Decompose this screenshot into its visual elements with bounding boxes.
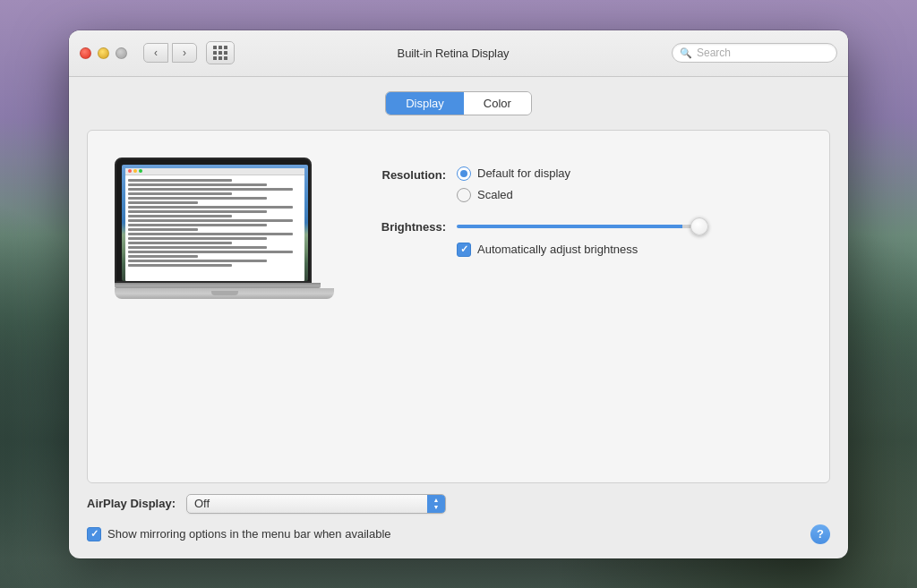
- macbook-screen: [122, 165, 308, 281]
- settings-panel: Resolution: Default for display Scaled: [347, 158, 802, 257]
- tab-group: Display Color: [385, 91, 532, 115]
- checkmark-icon: ✓: [460, 244, 468, 254]
- select-arrows-icon: ▲ ▼: [427, 495, 445, 513]
- brightness-slider-track[interactable]: [457, 225, 707, 228]
- show-mirroring-checkmark-icon: ✓: [90, 529, 99, 539]
- display-panel: Resolution: Default for display Scaled: [87, 130, 830, 483]
- forward-icon: ›: [183, 47, 186, 59]
- radio-scaled-circle[interactable]: [457, 188, 471, 202]
- arrow-down-icon: ▼: [433, 504, 440, 510]
- tab-bar: Display Color: [87, 91, 830, 115]
- screen-text: [125, 175, 304, 272]
- search-icon: 🔍: [680, 47, 692, 59]
- auto-brightness-row[interactable]: ✓ Automatically adjust brightness: [457, 243, 802, 257]
- bottom-options: ✓ Show mirroring options in the menu bar…: [87, 517, 830, 544]
- bottom-bar: AirPlay Display: Off ▲ ▼: [87, 483, 830, 517]
- macbook-base: [115, 288, 334, 299]
- nav-buttons: ‹ ›: [143, 43, 197, 63]
- resolution-controls: Default for display Scaled: [457, 166, 570, 202]
- radio-default[interactable]: Default for display: [457, 166, 570, 181]
- auto-brightness-label: Automatically adjust brightness: [477, 243, 638, 256]
- screen-content: [125, 168, 304, 281]
- macbook-illustration: [115, 158, 312, 299]
- brightness-slider-container: [457, 225, 707, 228]
- resolution-row: Resolution: Default for display Scaled: [347, 166, 802, 202]
- content-area: Display Color: [69, 77, 848, 558]
- screen-menubar: [125, 168, 304, 175]
- tab-color[interactable]: Color: [464, 92, 531, 115]
- airplay-label: AirPlay Display:: [87, 497, 176, 510]
- maximize-button[interactable]: [116, 47, 127, 59]
- show-mirroring-checkbox[interactable]: ✓: [87, 527, 101, 541]
- macbook-screen-wrapper: [115, 158, 312, 283]
- auto-brightness-checkbox[interactable]: ✓: [457, 243, 471, 257]
- search-bar[interactable]: 🔍 Search: [672, 43, 837, 63]
- brightness-label: Brightness:: [347, 220, 446, 234]
- search-placeholder: Search: [697, 47, 829, 59]
- resolution-label: Resolution:: [347, 166, 446, 182]
- titlebar: ‹ › Built-in Retina Display 🔍 Search: [69, 30, 848, 77]
- forward-button[interactable]: ›: [172, 43, 197, 63]
- radio-scaled[interactable]: Scaled: [457, 188, 570, 202]
- arrow-up-icon: ▲: [433, 497, 440, 503]
- brightness-slider-thumb[interactable]: [690, 217, 708, 235]
- help-button[interactable]: ?: [810, 524, 830, 544]
- brightness-row: Brightness:: [347, 220, 802, 234]
- window-title: Built-in Retina Display: [235, 47, 672, 60]
- tab-display[interactable]: Display: [386, 92, 464, 115]
- main-window: ‹ › Built-in Retina Display 🔍 Search Dis…: [69, 30, 848, 558]
- show-mirroring-label: Show mirroring options in the menu bar w…: [107, 527, 391, 541]
- grid-button[interactable]: [206, 41, 235, 64]
- radio-default-label: Default for display: [477, 166, 570, 180]
- airplay-value: Off: [194, 497, 438, 510]
- radio-default-inner: [460, 170, 467, 177]
- show-mirroring-row[interactable]: ✓ Show mirroring options in the menu bar…: [87, 527, 810, 541]
- radio-default-circle[interactable]: [457, 166, 471, 181]
- traffic-lights: [80, 47, 127, 59]
- back-icon: ‹: [154, 47, 158, 59]
- back-button[interactable]: ‹: [143, 43, 168, 63]
- grid-icon: [213, 46, 227, 60]
- macbook-notch: [211, 291, 238, 295]
- airplay-select[interactable]: Off ▲ ▼: [186, 494, 446, 514]
- radio-scaled-label: Scaled: [477, 188, 513, 201]
- close-button[interactable]: [80, 47, 91, 59]
- minimize-button[interactable]: [98, 47, 109, 59]
- macbook: [115, 158, 312, 299]
- macbook-hinge: [115, 283, 321, 288]
